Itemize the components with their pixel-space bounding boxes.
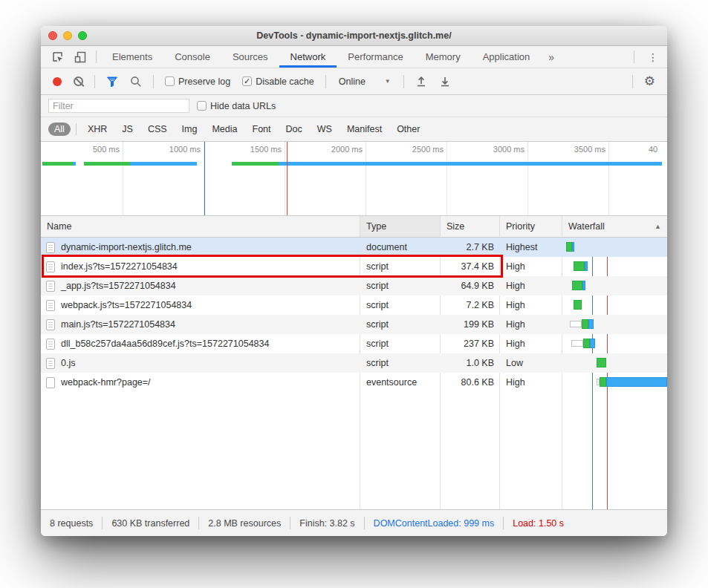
gridline [446,142,447,215]
filter-pill-media[interactable]: Media [206,122,243,136]
timeline-overview[interactable]: 500 ms 1000 ms 1500 ms 2000 ms 2500 ms 3… [41,142,667,216]
record-network-log-button[interactable] [48,75,66,88]
finish-time: Finish: 3.82 s [290,518,363,529]
preserve-log-label: Preserve log [178,76,230,87]
request-size: 2.7 KB [441,242,500,252]
table-row[interactable]: main.js?ts=1572271054834 script 199 KB H… [41,315,667,334]
devtools-window: DevTools - dynamic-import-nextjs.glitch.… [41,26,667,536]
file-icon [46,339,55,350]
request-size: 237 KB [441,339,500,349]
record-icon [53,77,62,86]
divider [96,50,97,63]
checkbox-unchecked-icon [197,101,207,111]
overview-bar [73,162,76,166]
waterfall-bar [571,340,583,347]
filter-pill-all[interactable]: All [48,122,71,136]
filter-pill-doc[interactable]: Doc [280,122,308,136]
table-row[interactable]: 0.js script 1.0 KB Low [41,353,667,373]
gridline [285,142,285,215]
request-priority: Low [500,358,562,368]
tab-sources[interactable]: Sources [221,46,279,68]
hide-data-urls-checkbox[interactable]: Hide data URLs [197,101,276,111]
table-row[interactable]: webpack-hmr?page=/ eventsource 80.6 KB H… [41,373,667,392]
filter-pill-xhr[interactable]: XHR [82,122,113,136]
throttling-dropdown[interactable]: Online ▼ [333,76,397,87]
overview-bar [279,162,662,166]
gridline [608,142,609,215]
waterfall-bar [583,339,590,348]
waterfall-cell [562,295,667,315]
inspect-element-button[interactable] [47,46,69,68]
network-toolbar: Preserve log ✓ Disable cache Online ▼ ⚙ [41,68,667,95]
preserve-log-checkbox[interactable]: Preserve log [160,76,235,87]
filter-pill-img[interactable]: Img [176,122,204,136]
filter-pill-js[interactable]: JS [116,122,139,136]
filter-pill-ws[interactable]: WS [311,122,338,136]
table-row[interactable]: dll_b58c257da4aa56d89cef.js?ts=157227105… [41,334,667,353]
table-row[interactable]: dynamic-import-nextjs.glitch.me document… [41,238,667,257]
waterfall-bar [566,242,572,252]
file-icon [46,242,55,253]
table-row[interactable]: webpack.js?ts=1572271054834 script 7.2 K… [41,295,667,315]
window-title: DevTools - dynamic-import-nextjs.glitch.… [41,30,667,41]
minimize-button[interactable] [63,31,72,40]
hide-data-urls-label: Hide data URLs [210,101,276,111]
search-icon [130,76,142,88]
time-label: 2000 ms [318,145,363,154]
export-har-button[interactable] [435,74,455,90]
device-toolbar-button[interactable] [69,46,91,68]
download-icon [439,76,451,88]
request-size: 7.2 KB [441,300,500,310]
tab-console[interactable]: Console [163,46,221,68]
time-label: 2500 ms [399,145,444,154]
request-type: document [360,242,441,252]
filter-pill-manifest[interactable]: Manifest [341,122,388,136]
request-priority: High [500,377,562,388]
waterfall-bar [606,377,667,387]
filter-pill-css[interactable]: CSS [142,122,173,136]
tab-performance[interactable]: Performance [337,46,414,68]
waterfall-bar [585,261,588,271]
column-header-priority[interactable]: Priority [500,216,562,237]
requests-table-body: dynamic-import-nextjs.glitch.me document… [41,238,667,509]
column-header-size[interactable]: Size [441,216,500,237]
fullscreen-button[interactable] [78,31,87,40]
checkbox-unchecked-icon [165,76,175,86]
more-tabs-button[interactable]: » [541,46,562,68]
filter-toggle-button[interactable] [102,74,123,89]
filter-pill-font[interactable]: Font [247,122,277,136]
column-header-type[interactable]: Type [360,216,441,237]
request-priority: High [500,300,562,310]
devtools-menu-button[interactable]: ⋮ [639,46,667,68]
funnel-icon [106,76,118,87]
waterfall-cell [562,257,667,276]
search-button[interactable] [126,74,146,90]
upload-icon [415,76,427,88]
column-header-name[interactable]: Name [41,216,360,237]
settings-button[interactable]: ⚙ [640,71,660,91]
sort-ascending-icon: ▲ [655,223,661,230]
tab-elements[interactable]: Elements [101,46,163,68]
disable-cache-checkbox[interactable]: ✓ Disable cache [238,76,319,87]
request-type: script [360,339,441,349]
tab-application[interactable]: Application [472,46,542,68]
filter-pill-other[interactable]: Other [391,122,426,136]
column-header-waterfall[interactable]: Waterfall ▲ [562,216,667,237]
table-row[interactable]: _app.js?ts=1572271054834 script 64.9 KB … [41,276,667,295]
request-type: script [360,319,441,330]
divider [325,75,326,88]
clear-network-log-button[interactable] [69,74,88,88]
close-button[interactable] [48,31,57,40]
tab-network[interactable]: Network [279,46,337,68]
throttling-value: Online [339,76,366,87]
waterfall-cell [562,353,667,373]
gear-icon: ⚙ [644,74,655,89]
import-har-button[interactable] [411,74,432,90]
overview-bar [84,162,130,166]
load-time: Load: 1.50 s [504,518,573,529]
filter-input[interactable] [48,99,189,113]
overview-bar [232,162,279,166]
request-size: 64.9 KB [441,281,500,291]
tab-memory[interactable]: Memory [415,46,472,68]
table-row[interactable]: index.js?ts=1572271054834 script 37.4 KB… [41,257,667,276]
